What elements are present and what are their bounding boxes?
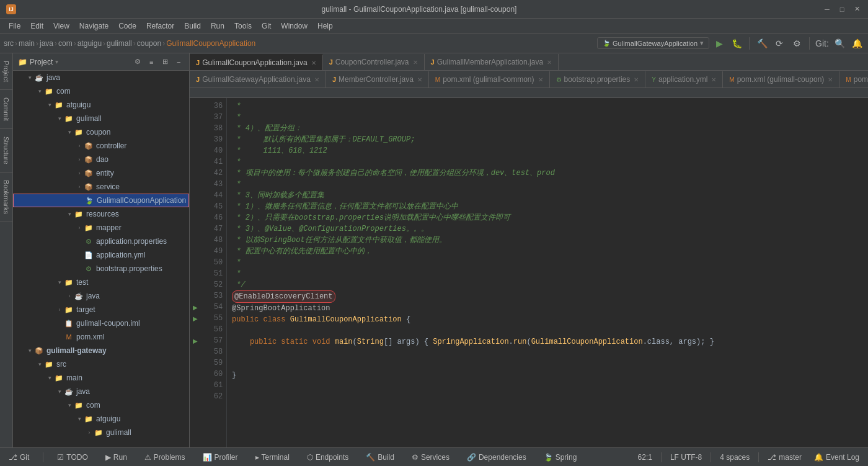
tab-coupon-controller[interactable]: J CouponController.java ✕ [323,54,425,70]
statusbar-todo[interactable]: ☑ TODO [53,452,91,463]
gutter-57-run[interactable]: ▶ [190,335,201,346]
minimize-button[interactable]: ─ [822,4,832,14]
menu-code[interactable]: Code [113,20,141,32]
tree-item-gateway-main[interactable]: ▾ 📁 main [13,371,189,385]
tab-pom-gateway[interactable]: M pom.xml (gulimall-gateway) ✕ [839,71,868,87]
status-encoding[interactable]: LF UTF-8 [666,452,706,463]
statusbar-services[interactable]: ⚙ Services [408,452,453,463]
tree-item-target[interactable]: › 📁 target [13,303,189,316]
debug-button[interactable]: 🐛 [729,36,744,51]
menu-run[interactable]: Run [206,20,229,32]
tree-item-app-props[interactable]: ⚙ application.properties [13,235,189,248]
tree-item-java[interactable]: ▾ ☕ java [13,71,189,84]
statusbar-dependencies[interactable]: 🔗 Dependencies [463,452,530,463]
tree-item-main-class[interactable]: 🍃 GulimallCouponApplication [13,194,189,207]
tree-item-gateway-com[interactable]: ▾ 📁 com [13,398,189,412]
tab-close-coupon-ctrl[interactable]: ✕ [413,59,418,66]
project-filter-icon[interactable]: ⊞ [159,56,170,68]
vtab-commit[interactable]: Commit [0,90,12,129]
project-minimize-icon[interactable]: − [173,56,184,68]
statusbar-terminal[interactable]: ▸ Terminal [252,452,293,463]
tree-item-test-java[interactable]: › ☕ java [13,289,189,303]
tree-item-entity[interactable]: › 📦 entity [13,166,189,180]
tree-item-resources[interactable]: ▾ 📁 resources [13,207,189,221]
run-config-selector[interactable]: 🍃 GulimallGatewayApplication ▾ [597,37,709,49]
tab-member-controller[interactable]: J MemberController.java ✕ [326,71,429,87]
search-button[interactable]: 🔍 [832,36,847,51]
tree-item-controller[interactable]: › 📦 controller [13,139,189,153]
sync-button[interactable]: ⟳ [772,36,787,51]
menu-help[interactable]: Help [312,20,338,32]
status-branch[interactable]: ⎇ master [764,452,805,463]
tree-item-gateway-atguigu[interactable]: ▾ 📁 atguigu [13,412,189,426]
statusbar-event-log[interactable]: 🔔 Event Log [810,452,863,463]
statusbar-spring[interactable]: 🍃 Spring [540,452,581,463]
tab-gateway-application[interactable]: J GulimallGatewayApplication.java ✕ [190,71,326,87]
gutter-55-run[interactable]: ▶ [190,313,201,324]
tree-item-coupon[interactable]: ▾ 📁 coupon [13,125,189,139]
vtab-bookmarks[interactable]: Bookmarks [0,173,12,222]
gutter-54-run[interactable]: ▶ [190,302,201,313]
tab-pom-coupon[interactable]: M pom.xml (gulimall-coupon) ✕ [723,71,839,87]
code-area[interactable]: * * * 4）、配置分组： * 默认所有的配置集都属于：DEFAULT_GRO… [227,98,868,447]
tree-item-pom[interactable]: M pom.xml [13,330,189,344]
menu-refactor[interactable]: Refactor [141,20,179,32]
menu-build[interactable]: Build [179,20,206,32]
status-position[interactable]: 62:1 [634,452,656,463]
breadcrumb-com[interactable]: com [58,39,73,48]
tree-item-mapper[interactable]: › 📁 mapper [13,221,189,235]
breadcrumb-gulimall[interactable]: gulimall [107,39,132,48]
tab-close-pom-common[interactable]: ✕ [538,76,543,83]
tree-item-bootstrap-props[interactable]: ⚙ bootstrap.properties [13,262,189,276]
statusbar-problems[interactable]: ⚠ Problems [141,452,189,463]
breadcrumb-java[interactable]: java [40,39,53,48]
statusbar-profiler[interactable]: 📊 Profiler [199,452,242,463]
tree-item-gateway-root[interactable]: ▾ 📦 gulimall-gateway [13,344,189,357]
tree-item-service[interactable]: › 📦 service [13,180,189,194]
tree-item-gulimall[interactable]: ▾ 📁 gulimall [13,112,189,125]
tree-item-iml[interactable]: 📋 gulimall-coupon.iml [13,316,189,330]
tree-item-gateway-java[interactable]: ▾ ☕ java [13,385,189,398]
statusbar-build[interactable]: 🔨 Build [362,452,398,463]
tab-app-yml[interactable]: Y application.yml ✕ [645,71,723,87]
vtab-structure[interactable]: Structure [0,129,12,173]
statusbar-endpoints[interactable]: ⬡ Endpoints [303,452,352,463]
run-button[interactable]: ▶ [712,36,727,51]
tab-pom-common[interactable]: M pom.xml (gulimall-common) ✕ [429,71,550,87]
tree-item-com[interactable]: ▾ 📁 com [13,84,189,98]
menu-edit[interactable]: Edit [25,20,48,32]
tab-close-app-yml[interactable]: ✕ [711,76,716,83]
menu-view[interactable]: View [48,20,74,32]
breadcrumb-class[interactable]: GulimallCouponApplication [166,39,255,48]
tab-coupon-application[interactable]: J GulimallCouponApplication.java ✕ [190,54,323,70]
maximize-button[interactable]: □ [837,4,847,14]
statusbar-git[interactable]: ⎇ Git [5,452,33,463]
menu-file[interactable]: File [4,20,25,32]
breadcrumb-atguigu[interactable]: atguigu [78,39,102,48]
tree-item-atguigu[interactable]: ▾ 📁 atguigu [13,98,189,112]
menu-navigate[interactable]: Navigate [74,20,113,32]
tab-bootstrap[interactable]: ⚙ bootstrap.properties ✕ [550,71,646,87]
close-button[interactable]: ✕ [852,4,862,14]
settings-button[interactable]: ⚙ [789,36,804,51]
build-button[interactable]: 🔨 [755,36,769,51]
statusbar-run[interactable]: ▶ Run [102,452,131,463]
tab-close-pom-coupon[interactable]: ✕ [828,76,833,83]
tree-item-test[interactable]: ▾ 📁 test [13,276,189,289]
status-indent[interactable]: 4 spaces [716,452,753,463]
menu-git[interactable]: Git [257,20,276,32]
menu-window[interactable]: Window [276,20,312,32]
tree-item-gateway-src[interactable]: ▾ 📁 src [13,357,189,371]
project-gear-icon[interactable]: ⚙ [132,56,143,68]
tree-item-gateway-gulimall[interactable]: › 📁 gulimall [13,426,189,439]
menu-tools[interactable]: Tools [229,20,257,32]
tab-close-coupon[interactable]: ✕ [311,60,316,66]
breadcrumb-src[interactable]: src [4,39,14,48]
tree-item-app-yml[interactable]: 📄 application.yml [13,248,189,262]
vtab-project[interactable]: Project [0,53,12,90]
tab-close-member-ctrl[interactable]: ✕ [417,76,422,83]
tab-close-gateway[interactable]: ✕ [314,76,319,83]
tab-close-bootstrap[interactable]: ✕ [634,76,639,83]
breadcrumb-coupon[interactable]: coupon [137,39,161,48]
tree-item-dao[interactable]: › 📦 dao [13,153,189,166]
